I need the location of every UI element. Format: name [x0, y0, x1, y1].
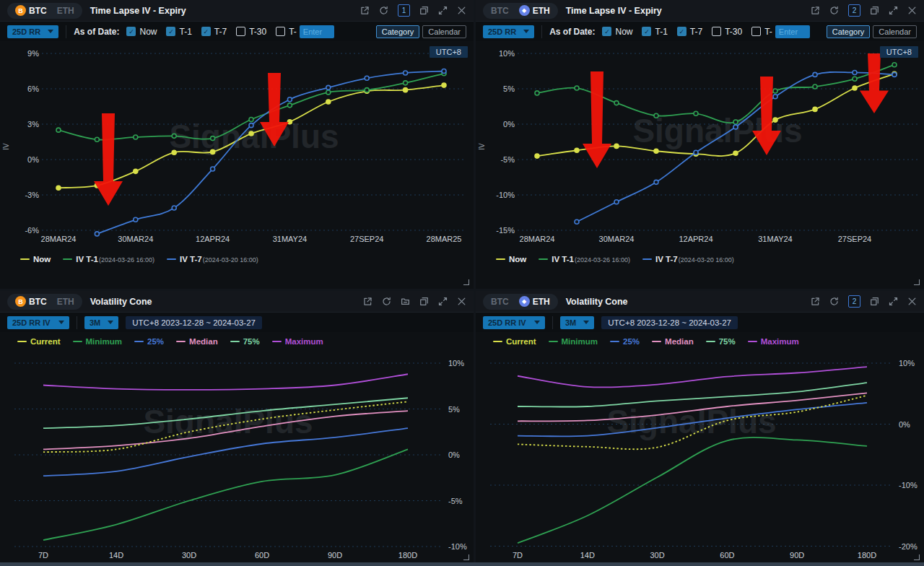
popout-icon[interactable] [363, 297, 372, 306]
tab-eth[interactable]: ETH [52, 6, 79, 16]
close-icon[interactable] [907, 6, 917, 15]
y-tick-label: -10% [496, 191, 515, 199]
divider [541, 25, 542, 38]
metric-dropdown[interactable]: 25D RR IV [483, 316, 545, 329]
refresh-icon[interactable] [382, 297, 391, 306]
checkbox-box[interactable] [751, 27, 761, 36]
checkbox-t-30[interactable]: T-30 [236, 27, 266, 37]
window-count-badge[interactable]: 2 [848, 4, 860, 17]
checkbox-t-1[interactable]: ✓T-1 [166, 27, 191, 37]
close-icon[interactable] [457, 297, 466, 306]
tab-btc[interactable]: B BTC [10, 5, 52, 16]
legend-item-minimum[interactable]: Minimum [73, 337, 122, 346]
checkbox-box[interactable]: ✓ [126, 27, 136, 36]
refresh-icon[interactable] [379, 6, 388, 15]
checkbox-box[interactable]: ✓ [201, 27, 211, 36]
checkbox-t-[interactable]: T- [751, 27, 772, 37]
metric-dropdown[interactable]: 25D RR [7, 25, 58, 38]
duplicate-icon[interactable] [419, 297, 429, 306]
duplicate-icon[interactable] [419, 6, 429, 15]
eth-timelapse-chart: 10%5%0%-5%-10%-15%28MAR2430MAR2412APR243… [476, 41, 924, 252]
tab-eth[interactable]: ◆ ETH [514, 5, 555, 16]
legend-item-current[interactable]: Current [17, 337, 61, 346]
resize-handle[interactable] [463, 554, 469, 560]
tab-btc[interactable]: B BTC [10, 296, 52, 307]
btc-timelapse-chart: 9%6%3%0%-3%-6%28MAR2430MAR2412APR2431MAY… [0, 41, 474, 252]
duplicate-icon[interactable] [870, 297, 879, 306]
legend-item-now[interactable]: Now [20, 255, 51, 264]
calendar-button[interactable]: Calendar [422, 25, 466, 38]
fullscreen-icon[interactable] [889, 297, 898, 306]
close-icon[interactable] [907, 297, 917, 306]
legend-item-current[interactable]: Current [493, 337, 536, 346]
resize-handle[interactable] [914, 279, 920, 285]
resize-handle[interactable] [463, 279, 469, 285]
timezone-badge: UTC+8 [880, 46, 918, 58]
checkbox-t-7[interactable]: ✓T-7 [677, 27, 702, 37]
popout-icon[interactable] [811, 6, 820, 15]
checkbox-box[interactable]: ✓ [642, 27, 651, 36]
custom-date-input[interactable] [775, 25, 810, 38]
fullscreen-icon[interactable] [438, 297, 448, 306]
calendar-button[interactable]: Calendar [873, 25, 917, 38]
tab-btc[interactable]: BTC [486, 6, 514, 16]
eth-volcone-chart: 10%0%-10%-20%7D14D30D60D90D180DSignalPlu… [476, 348, 924, 564]
legend-item-iv-t-7[interactable]: IV T-7(2024-03-20 16:00) [167, 255, 258, 264]
checkbox-box[interactable] [236, 27, 245, 36]
x-tick-label: 28MAR24 [520, 235, 555, 243]
tab-eth[interactable]: ETH [52, 297, 79, 307]
category-button[interactable]: Category [827, 25, 871, 38]
checkbox-label: T-1 [179, 27, 191, 37]
period-dropdown[interactable]: 3M [84, 316, 118, 329]
metric-dropdown[interactable]: 25D RR IV [7, 316, 69, 329]
checkbox-t-[interactable]: T- [276, 27, 297, 37]
legend-item-iv-t-1[interactable]: IV T-1(2024-03-26 16:00) [539, 255, 630, 264]
popout-icon[interactable] [360, 6, 370, 15]
legend-item-now[interactable]: Now [496, 255, 526, 264]
fullscreen-icon[interactable] [889, 6, 898, 15]
checkbox-box[interactable] [712, 27, 721, 36]
legend-item-maximum[interactable]: Maximum [272, 337, 323, 346]
window-controls: 2 [811, 295, 917, 308]
legend-item-iv-t-7[interactable]: IV T-7(2024-03-20 16:00) [642, 255, 734, 264]
tab-eth[interactable]: ◆ ETH [514, 296, 555, 307]
legend-item-median[interactable]: Median [652, 337, 694, 346]
popout-icon[interactable] [811, 297, 820, 306]
legend-item-75-[interactable]: 75% [706, 337, 736, 346]
legend-item-median[interactable]: Median [176, 337, 218, 346]
resize-handle[interactable] [914, 554, 920, 560]
legend-item-iv-t-1[interactable]: IV T-1(2024-03-26 16:00) [63, 255, 154, 264]
metric-dropdown[interactable]: 25D RR [483, 25, 534, 38]
legend-item-75-[interactable]: 75% [230, 337, 260, 346]
duplicate-icon[interactable] [870, 6, 879, 15]
checkbox-box[interactable] [276, 27, 285, 36]
tab-eth-label: ETH [57, 6, 74, 16]
legend-swatch [539, 258, 548, 261]
checkbox-box[interactable]: ✓ [677, 27, 687, 36]
close-icon[interactable] [457, 6, 466, 15]
legend-item-maximum[interactable]: Maximum [748, 337, 799, 346]
checkbox-t-1[interactable]: ✓T-1 [642, 27, 667, 37]
checkbox-box[interactable]: ✓ [166, 27, 175, 36]
folder-icon[interactable] [401, 297, 410, 306]
refresh-icon[interactable] [829, 6, 839, 15]
tab-btc[interactable]: BTC [486, 297, 514, 307]
fullscreen-icon[interactable] [438, 6, 448, 15]
checkbox-t-7[interactable]: ✓T-7 [201, 27, 227, 37]
window-count-badge[interactable]: 2 [848, 295, 860, 308]
period-dropdown[interactable]: 3M [560, 316, 594, 329]
checkbox-now[interactable]: ✓Now [126, 27, 157, 37]
refresh-icon[interactable] [829, 297, 839, 306]
legend-item-minimum[interactable]: Minimum [549, 337, 598, 346]
date-range-label: UTC+8 2023-12-28 ~ 2024-03-27 [126, 316, 262, 329]
legend-item-25-[interactable]: 25% [610, 337, 640, 346]
category-button[interactable]: Category [376, 25, 420, 38]
checkbox-now[interactable]: ✓Now [602, 27, 632, 37]
window-count-badge[interactable]: 1 [398, 4, 410, 17]
checkbox-t-30[interactable]: T-30 [712, 27, 742, 37]
custom-date-input[interactable] [300, 25, 334, 38]
checkbox-box[interactable]: ✓ [602, 27, 611, 36]
legend-sublabel: (2024-03-26 16:00) [99, 256, 154, 264]
legend-item-25-[interactable]: 25% [134, 337, 164, 346]
chevron-down-icon [583, 321, 589, 324]
